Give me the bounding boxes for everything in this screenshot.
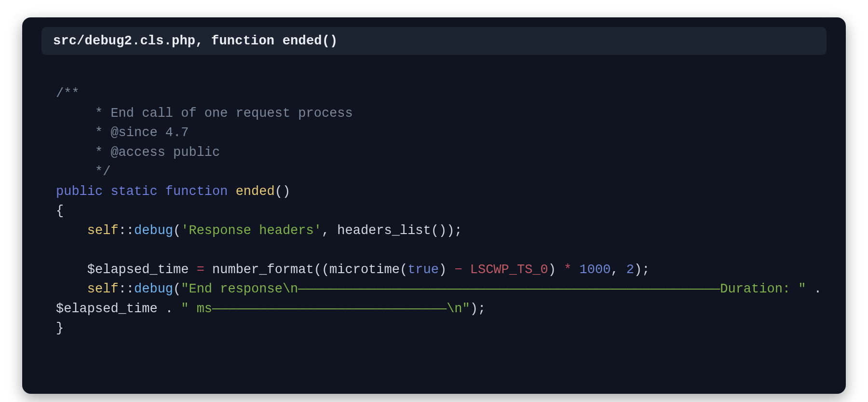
punc: ; — [642, 263, 650, 277]
indent — [56, 223, 87, 238]
punc: ) — [447, 223, 454, 238]
var: $elapsed_time — [56, 302, 158, 316]
punc: ) — [283, 184, 290, 199]
comment-line: * @access public — [56, 145, 220, 160]
punc: ) — [634, 263, 642, 277]
punc: ( — [400, 263, 407, 277]
var: $elapsed_time — [87, 263, 189, 277]
punc: , — [610, 263, 618, 277]
punc: ( — [431, 223, 439, 238]
punc: ) — [470, 302, 478, 316]
fn-name: ended — [236, 184, 275, 199]
punc: { — [56, 204, 64, 218]
code-card: src/debug2.cls.php, function ended() /**… — [22, 17, 846, 394]
file-title: src/debug2.cls.php, function ended() — [41, 27, 827, 55]
scope: :: — [119, 223, 134, 238]
op: − — [454, 263, 462, 277]
num: 1000 — [580, 263, 611, 277]
string: 'Response headers' — [181, 223, 322, 238]
method-debug: debug — [134, 223, 173, 238]
punc: ) — [439, 263, 447, 277]
punc: ) — [548, 263, 556, 277]
punc: ( — [322, 263, 329, 277]
string: "End response\n—————————————————————————… — [181, 282, 806, 296]
comment-line: */ — [56, 165, 110, 179]
kw-self: self — [87, 282, 119, 296]
punc: ( — [173, 282, 181, 296]
punc: ( — [314, 263, 322, 277]
const: LSCWP_TS_0 — [470, 263, 548, 277]
punc: . — [814, 282, 822, 296]
punc: ; — [478, 302, 486, 316]
indent — [56, 282, 87, 296]
code-block: /** * End call of one request process * … — [22, 55, 846, 358]
op: = — [197, 263, 204, 277]
method-debug: debug — [134, 282, 173, 296]
punc: } — [56, 321, 64, 335]
punc: ; — [454, 223, 462, 238]
punc: ( — [275, 184, 283, 199]
kw-static: static — [110, 184, 157, 199]
kw-function: function — [165, 184, 228, 199]
space — [329, 223, 337, 238]
fn-call: number_format — [212, 263, 314, 277]
punc: ( — [173, 223, 181, 238]
fn-call: microtime — [329, 263, 400, 277]
punc: . — [165, 302, 173, 316]
indent — [56, 263, 87, 277]
punc: ) — [439, 223, 447, 238]
comment-line: * End call of one request process — [56, 106, 353, 121]
bool: true — [407, 263, 439, 277]
code-pre: /** * End call of one request process * … — [56, 84, 827, 338]
num: 2 — [626, 263, 634, 277]
comment-line: /** — [56, 86, 80, 101]
punc: , — [322, 223, 329, 238]
string: " ms——————————————————————————————\n" — [181, 302, 470, 316]
fn-call: headers_list — [337, 223, 431, 238]
kw-public: public — [56, 184, 103, 199]
op: * — [564, 263, 571, 277]
comment-line: * @since 4.7 — [56, 125, 189, 140]
kw-self: self — [87, 223, 119, 238]
scope: :: — [119, 282, 134, 296]
